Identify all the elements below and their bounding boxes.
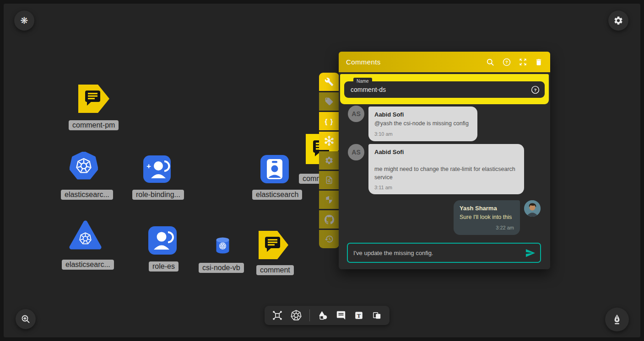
json-braces-button[interactable]: { } [319,112,339,130]
shapes-icon[interactable] [318,310,328,321]
node-label-csi-node-vb[interactable]: csi-node-vb [199,263,244,273]
kubernetes-icon[interactable] [291,310,302,321]
comment-input[interactable] [348,250,525,256]
help-icon[interactable]: ? [502,58,511,67]
message-author: Yash Sharma [460,205,514,212]
send-icon [525,248,536,258]
pen-tool-button[interactable] [605,308,629,331]
node-comment[interactable] [259,231,288,261]
message-time: 3:10 am [374,131,471,137]
node-elasticsearch-triangle[interactable] [69,219,102,253]
message-bubble-1: Aabid Sofi @yash the csi-node is missing… [368,107,477,141]
name-field-label: Name [353,78,372,85]
settings-button[interactable] [608,11,628,31]
shield-icon [325,195,334,204]
node-label-role-binding[interactable]: role-binding... [132,190,184,200]
node-label-comment-pm[interactable]: comment-pm [69,120,119,130]
app-window: ❋ comment-pm elasticsearc... [0,0,644,341]
app-logo-button[interactable]: ❋ [14,11,34,31]
kubernetes-actions-button[interactable] [319,132,339,150]
node-role-binding[interactable]: + [143,155,171,183]
name-input[interactable] [344,86,530,93]
zoom-button[interactable] [16,309,36,329]
storage-cylinder-icon [215,237,230,254]
image-icon[interactable] [372,310,382,321]
role-binding-icon: + [143,155,171,183]
tag-icon [325,97,334,106]
github-button[interactable] [319,210,339,229]
svg-text:?: ? [534,87,537,92]
node-label-elasticsearch-1[interactable]: elasticsearc... [61,190,113,200]
kubernetes-hub-icon [324,135,335,146]
message-time: 3:11 am [374,185,518,190]
message-time: 3:22 am [460,225,514,230]
wrench-icon [325,77,334,86]
role-icon [148,226,177,255]
pen-nib-icon [611,314,623,325]
comment-composer[interactable] [347,243,541,263]
expand-icon[interactable] [519,58,527,66]
person-photo-icon [524,200,541,217]
gear-icon [325,156,334,165]
delete-icon[interactable] [535,58,543,66]
node-label-elasticsearch-2[interactable]: elasticsearch [252,190,302,200]
send-button[interactable] [525,248,536,258]
text-icon[interactable]: T [354,310,364,320]
comment-icon[interactable] [336,310,346,320]
node-elasticsearch-serviceaccount[interactable] [260,155,289,183]
comments-panel-header[interactable]: Comments ? [339,52,550,72]
zoom-in-icon [20,314,31,325]
message-bubble-2: Aabid Sofi me might need to change the r… [368,144,524,194]
history-button[interactable] [319,230,339,248]
message-author: Aabid Sofi [374,111,471,118]
settings-button-node[interactable] [319,151,339,170]
message-text: me might need to change the rate-limit f… [374,165,518,181]
message-author: Aabid Sofi [374,149,518,155]
avatar-yash-photo [524,200,541,217]
kanvas-logo-icon: ❋ [21,16,28,25]
node-comment-pm[interactable] [78,85,109,115]
name-help-icon[interactable]: ? [530,85,540,95]
node-elasticsearch-heptagon[interactable] [70,152,98,182]
configure-wrench-button[interactable] [319,73,339,91]
github-icon [325,215,334,224]
avatar-aabid-1: AS [348,106,364,122]
node-action-toolbar: { } [319,73,339,248]
node-csi-node-vb[interactable] [215,237,230,256]
security-shield-button[interactable] [319,191,339,209]
node-name-section: Name ? [340,74,549,104]
node-role-es[interactable] [148,226,177,255]
comments-panel: Comments ? Name ? [339,52,550,269]
message-text: Sure I'll look into this [460,213,514,222]
tag-button[interactable] [319,92,339,111]
node-label-comment[interactable]: comment [256,265,294,275]
node-label-elasticsearch-3[interactable]: elasticsearc... [62,260,114,270]
component-graph-icon[interactable] [272,310,283,321]
settings-gear-icon [613,16,623,26]
name-field[interactable]: Name ? [344,81,545,98]
inspect-document-button[interactable] [319,171,339,189]
service-account-badge-icon [260,155,289,183]
message-bubble-3: Yash Sharma Sure I'll look into this 3:2… [454,200,520,235]
history-clock-icon [325,234,334,244]
svg-text:T: T [357,313,361,319]
braces-icon: { } [325,117,334,125]
svg-text:+: + [146,162,151,170]
document-search-icon [325,176,334,185]
toolbar-divider [309,309,310,321]
panel-title: Comments [346,58,486,66]
avatar-aabid-2: AS [348,144,364,160]
node-label-role-es[interactable]: role-es [149,261,179,272]
svg-text:?: ? [505,60,508,64]
canvas-tools-toolbar: T [265,306,390,325]
message-text: @yash the csi-node is missing config [374,120,471,128]
search-icon[interactable] [486,58,495,67]
